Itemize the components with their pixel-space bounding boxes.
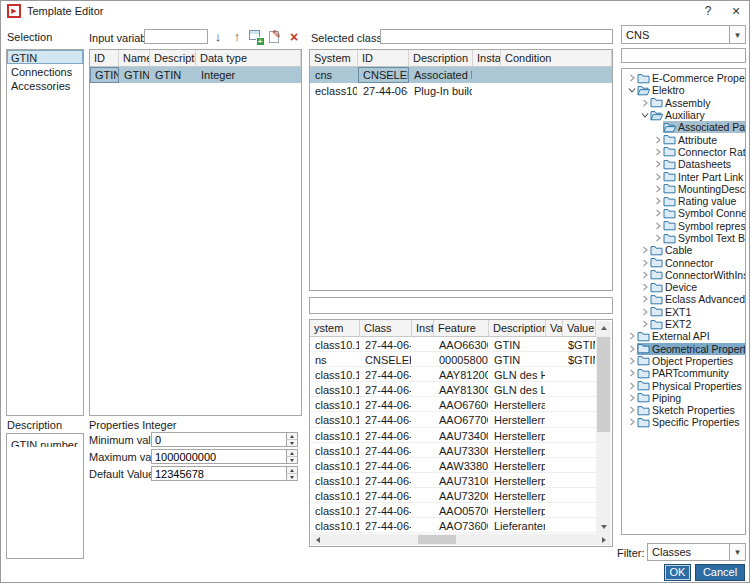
column-header[interactable]: Description xyxy=(409,50,473,67)
default-value-input[interactable] xyxy=(151,466,298,481)
table-row[interactable]: class10.127-44-06-92AAU733001Herstellerp… xyxy=(310,443,598,458)
tree-item[interactable]: Sketch Properties xyxy=(622,404,745,416)
ok-button[interactable]: OK xyxy=(664,564,691,581)
cancel-button[interactable]: Cancel xyxy=(695,564,745,581)
tree-item[interactable]: Device xyxy=(622,281,745,293)
scroll-up-button[interactable] xyxy=(596,321,611,335)
move-up-button[interactable]: ↑ xyxy=(230,29,244,44)
column-header[interactable]: Condition xyxy=(501,50,612,67)
chevron-right-icon[interactable] xyxy=(652,148,663,156)
table-row[interactable]: class10.127-44-06-92AAO057002Herstellerp… xyxy=(310,503,598,518)
input-variables-input[interactable] xyxy=(144,29,208,44)
column-header[interactable]: Feature xyxy=(434,320,489,337)
tree-item[interactable]: Assembly xyxy=(622,97,745,109)
maximum-value-spinner[interactable] xyxy=(151,449,298,464)
column-header[interactable]: Instan xyxy=(412,320,434,337)
classes-table[interactable]: SystemIDDescriptionInstanceConditioncnsC… xyxy=(309,49,613,291)
tree-item[interactable]: Elektro xyxy=(622,84,745,96)
column-header[interactable]: System xyxy=(310,50,358,67)
tree-item[interactable]: Symbol Text Bloc xyxy=(622,232,745,244)
chevron-right-icon[interactable] xyxy=(639,271,650,279)
minimum-value-input[interactable] xyxy=(151,432,298,447)
tree-item[interactable]: Symbol represen xyxy=(622,220,745,232)
chevron-right-icon[interactable] xyxy=(639,99,650,107)
tree-item[interactable]: Datasheets xyxy=(622,158,745,170)
list-item[interactable]: Accessories xyxy=(7,78,83,92)
column-header[interactable]: Name xyxy=(119,50,150,67)
chevron-right-icon[interactable] xyxy=(652,197,663,205)
column-header[interactable]: Varia xyxy=(546,320,563,337)
h-scrollbar-thumb[interactable] xyxy=(418,535,456,544)
list-item[interactable]: GTIN xyxy=(7,50,83,64)
tree-item[interactable]: E-Commerce Properties xyxy=(622,72,745,84)
table-row[interactable]: class10.127-44-06-92AAY812001GLN des Her… xyxy=(310,367,598,382)
table-row[interactable]: cnsCNSELEK|5|4Associated Part xyxy=(310,67,612,83)
tree-item[interactable]: Physical Properties xyxy=(622,379,745,391)
chevron-right-icon[interactable] xyxy=(652,160,663,168)
column-header[interactable]: Class xyxy=(360,320,412,337)
tree-item[interactable]: External API xyxy=(622,330,745,342)
add-button[interactable]: + xyxy=(248,29,264,44)
chevron-right-icon[interactable] xyxy=(639,308,650,316)
tree-item[interactable]: Rating value xyxy=(622,195,745,207)
spin-down-button[interactable] xyxy=(286,439,297,446)
chevron-down-icon[interactable] xyxy=(639,111,650,119)
column-header[interactable]: Value xyxy=(563,320,596,337)
class-system-dropdown[interactable]: CNS ▾ xyxy=(621,25,746,44)
column-header[interactable]: Description xyxy=(150,50,196,67)
tree-item[interactable]: Cable xyxy=(622,244,745,256)
chevron-right-icon[interactable] xyxy=(639,246,650,254)
table-row[interactable]: GTINGTINGTINInteger xyxy=(90,67,301,83)
table-row[interactable]: class10.127-44-06-92AAO676003Herstellera… xyxy=(310,397,598,412)
minimum-value-spinner[interactable] xyxy=(151,432,298,447)
help-button[interactable]: ? xyxy=(699,3,717,19)
column-header[interactable]: ID xyxy=(90,50,119,67)
tree-item[interactable]: Inter Part Link xyxy=(622,170,745,182)
edit-button[interactable]: ✎ xyxy=(268,29,284,44)
tree-item[interactable]: ConnectorWithInsert xyxy=(622,269,745,281)
tree-item[interactable]: Attribute xyxy=(622,133,745,145)
chevron-right-icon[interactable] xyxy=(626,332,637,340)
tree-item[interactable]: Associated Part xyxy=(622,121,745,133)
tree-item[interactable]: Connector Rating xyxy=(622,146,745,158)
column-header[interactable]: Data type xyxy=(196,50,301,67)
chevron-right-icon[interactable] xyxy=(639,259,650,267)
table-row[interactable]: class10.127-44-06-92AAU732001Herstellerp… xyxy=(310,488,598,503)
filter-dropdown[interactable]: Classes ▾ xyxy=(647,543,746,561)
table-row[interactable]: class10.127-44-06-92AAU734001Herstellerp… xyxy=(310,428,598,443)
scroll-down-button[interactable] xyxy=(596,520,611,534)
tree-item[interactable]: Geometrical Properties xyxy=(622,343,745,355)
tree-item[interactable]: Auxiliary xyxy=(622,109,745,121)
scroll-left-button[interactable] xyxy=(311,534,325,545)
chevron-right-icon[interactable] xyxy=(626,394,637,402)
spin-down-button[interactable] xyxy=(286,456,297,463)
chevron-right-icon[interactable] xyxy=(639,283,650,291)
spin-down-button[interactable] xyxy=(286,473,297,480)
tree-item[interactable]: Symbol Connect xyxy=(622,207,745,219)
chevron-right-icon[interactable] xyxy=(626,369,637,377)
default-value-spinner[interactable] xyxy=(151,466,298,481)
tree-item[interactable]: MountingDescrip xyxy=(622,183,745,195)
chevron-right-icon[interactable] xyxy=(626,345,637,353)
tree-item[interactable]: Specific Properties xyxy=(622,416,745,428)
close-button[interactable]: × xyxy=(727,3,745,19)
column-header[interactable]: ID xyxy=(358,50,409,67)
chevron-right-icon[interactable] xyxy=(626,357,637,365)
chevron-right-icon[interactable] xyxy=(626,406,637,414)
tree-item[interactable]: Piping xyxy=(622,392,745,404)
chevron-right-icon[interactable] xyxy=(652,209,663,217)
tree-item[interactable]: Connector xyxy=(622,256,745,268)
tree-item[interactable]: EXT2 xyxy=(622,318,745,330)
column-header[interactable]: Description xyxy=(489,320,546,337)
chevron-right-icon[interactable] xyxy=(626,74,637,82)
table-row[interactable]: class10.127-44-06-92AAO677002Herstellern… xyxy=(310,412,598,427)
features-table[interactable]: ystemClassInstanFeatureDescriptionVariaV… xyxy=(309,319,613,547)
table-row[interactable]: eclass10.127-44-06-92Plug-In buildi... xyxy=(310,83,612,99)
table-row[interactable]: nsCNSELEK|5|4000058001GTIN$GTIN. xyxy=(310,352,598,367)
scroll-right-button[interactable] xyxy=(597,534,611,545)
tree-search-input[interactable] xyxy=(621,48,746,63)
list-item[interactable]: Connections xyxy=(7,64,83,78)
class-edit-input[interactable] xyxy=(309,297,613,314)
tree-item[interactable]: Eclass Advanced xyxy=(622,293,745,305)
table-row[interactable]: class10.127-44-06-92AAY813001GLN des Lie… xyxy=(310,382,598,397)
